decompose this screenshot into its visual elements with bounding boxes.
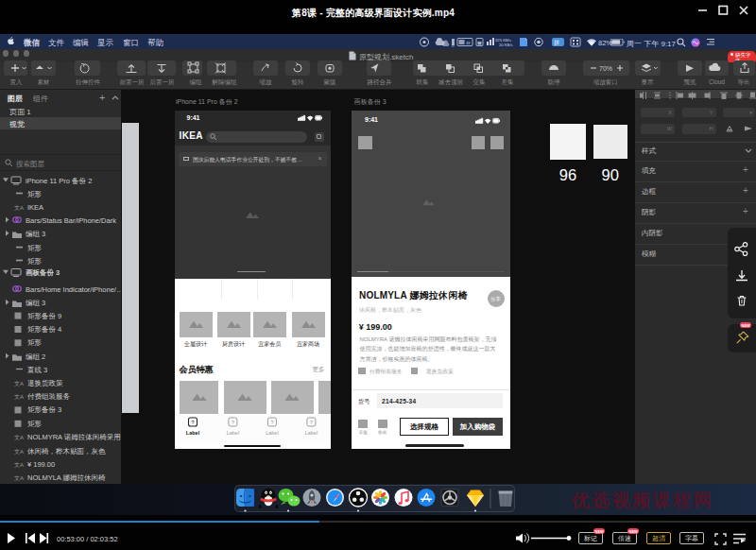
- svg-text:休闲椅，桦木贴面，灰色: 休闲椅，桦木贴面，灰色: [27, 447, 106, 455]
- svg-text:编组 3: 编组 3: [26, 230, 45, 238]
- svg-text:矩形: 矩形: [27, 244, 43, 252]
- svg-text:70%: 70%: [599, 65, 612, 72]
- svg-text:?: ?: [191, 420, 195, 425]
- svg-text:矩形备份 9: 矩形备份 9: [27, 312, 61, 320]
- svg-text:NOLMYLA 娜姆拉休闲椅: NOLMYLA 娜姆拉休闲椅: [27, 473, 106, 482]
- svg-text:画板备份 3: 画板备份 3: [26, 268, 60, 277]
- svg-text:文A: 文A: [14, 434, 24, 440]
- svg-text:Label: Label: [185, 430, 199, 436]
- svg-text:付费组装服务: 付费组装服务: [26, 392, 71, 401]
- svg-text:iPhone 11 Pro 备份 2: iPhone 11 Pro 备份 2: [26, 177, 92, 185]
- svg-text:¥ 199.00: ¥ 199.00: [27, 460, 55, 469]
- svg-text:NOLMYRA 诺姆拉体闲椅采用…: NOLMYRA 诺姆拉体闲椅采用…: [27, 433, 121, 441]
- svg-text:直线 3: 直线 3: [26, 366, 47, 374]
- svg-text:Label: Label: [266, 430, 278, 436]
- svg-text:文A: 文A: [14, 461, 24, 468]
- svg-text:文A: 文A: [14, 474, 24, 481]
- svg-text:Bars/Home Indicator/iPhone/…: Bars/Home Indicator/iPhone/…: [26, 285, 121, 294]
- svg-text:编组 3: 编组 3: [26, 299, 45, 307]
- svg-text:文A: 文A: [14, 380, 24, 387]
- svg-text:矩形备份 3: 矩形备份 3: [27, 405, 61, 414]
- svg-text:文A: 文A: [14, 204, 24, 211]
- svg-text:矩形: 矩形: [27, 257, 43, 266]
- svg-text:?: ?: [270, 420, 274, 425]
- svg-text:文A: 文A: [14, 448, 24, 455]
- svg-text:文A: 文A: [14, 393, 24, 400]
- svg-text:编组 2: 编组 2: [26, 352, 45, 361]
- svg-text:38: 38: [466, 41, 471, 45]
- svg-text:矩形: 矩形: [27, 420, 43, 428]
- svg-text:矩形: 矩形: [27, 190, 43, 198]
- svg-text:拼: 拼: [554, 40, 559, 45]
- svg-text:矩形: 矩形: [27, 338, 43, 347]
- svg-text:退换货政策: 退换货政策: [27, 379, 63, 387]
- svg-text:20 KB/s: 20 KB/s: [499, 43, 513, 47]
- svg-text:Label: Label: [226, 430, 238, 436]
- svg-text:?: ?: [231, 420, 234, 425]
- svg-text:Bars/Status Bar/iPhone/Dark: Bars/Status Bar/iPhone/Dark: [26, 216, 116, 225]
- svg-text:矩形备份 4: 矩形备份 4: [27, 325, 61, 334]
- svg-text:IKEA: IKEA: [27, 203, 43, 212]
- svg-text:?: ?: [309, 420, 313, 425]
- svg-text:Label: Label: [304, 430, 317, 436]
